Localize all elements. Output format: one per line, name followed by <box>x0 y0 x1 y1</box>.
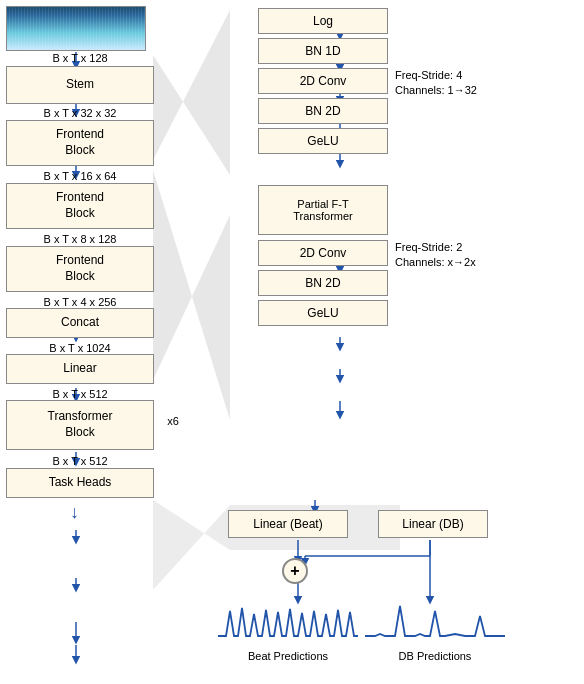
transformer-block: TransformerBlock <box>6 400 154 450</box>
linear-box: Linear <box>6 354 154 384</box>
architecture-diagram: B x T x 128 Stem B x T x 32 x 32 Fronten… <box>0 0 584 684</box>
label-bxt1024: B x T x 1024 <box>6 342 154 354</box>
db-waveform <box>365 596 505 646</box>
x6-label: x6 <box>158 415 188 427</box>
annotation-top: Freq-Stride: 4Channels: 1→32 <box>395 68 525 99</box>
label-bxt512a: B x T x 512 <box>6 388 154 400</box>
bn2d-1-box: BN 2D <box>258 98 388 124</box>
plus-circle: + <box>282 558 308 584</box>
annotation-bottom: Freq-Stride: 2Channels: x→2x <box>395 240 525 271</box>
gelu1-box: GeLU <box>258 128 388 154</box>
frontend-block-3: FrontendBlock <box>6 246 154 292</box>
conv2d-2-box: 2D Conv <box>258 240 388 266</box>
log-box: Log <box>258 8 388 34</box>
gelu2-box: GeLU <box>258 300 388 326</box>
frontend-block-2: FrontendBlock <box>6 183 154 229</box>
beat-predictions-label: Beat Predictions <box>218 650 358 662</box>
frontend-block-1: FrontendBlock <box>6 120 154 166</box>
label-bxt16x64: B x T x 16 x 64 <box>6 170 154 182</box>
linear-beat-box: Linear (Beat) <box>228 510 348 538</box>
down-arrow: ↓ <box>70 502 79 523</box>
label-bxt4x256: B x T x 4 x 256 <box>6 296 154 308</box>
svg-marker-1 <box>153 170 230 420</box>
bn1d-box: BN 1D <box>258 38 388 64</box>
stem-box: Stem <box>6 66 154 104</box>
label-bxt8x128: B x T x 8 x 128 <box>6 233 154 245</box>
label-bxt512b: B x T x 512 <box>6 455 154 467</box>
spectrogram-image <box>6 6 146 51</box>
concat-box: Concat <box>6 308 154 338</box>
beat-waveform <box>218 596 358 646</box>
db-predictions-label: DB Predictions <box>365 650 505 662</box>
conv2d-box: 2D Conv <box>258 68 388 94</box>
label-bxt32x32: B x T x 32 x 32 <box>6 107 154 119</box>
task-heads-box: Task Heads <box>6 468 154 498</box>
bn2d-2-box: BN 2D <box>258 270 388 296</box>
label-bxt128: B x T x 128 <box>6 52 154 64</box>
svg-marker-0 <box>153 10 230 175</box>
linear-db-box: Linear (DB) <box>378 510 488 538</box>
partial-ft-box: Partial F-TTransformer <box>258 185 388 235</box>
